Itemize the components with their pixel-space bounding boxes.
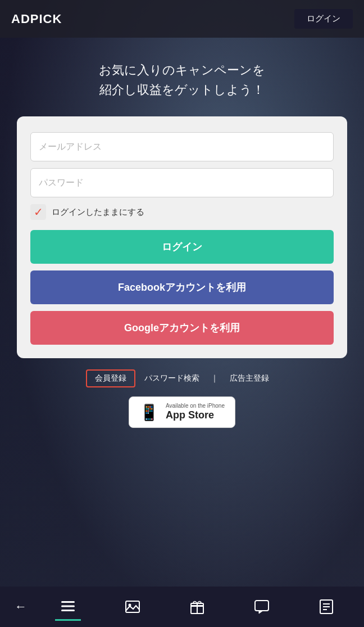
appstore-section: 📱 Available on the iPhone App Store (0, 396, 364, 439)
svg-rect-1 (61, 605, 75, 607)
nav-campaigns-button[interactable] (120, 594, 145, 620)
remember-checkbox[interactable]: ✓ (30, 204, 46, 220)
hamburger-icon (60, 598, 76, 615)
appstore-small-text: Available on the iPhone (166, 403, 225, 409)
nav-info-button[interactable] (313, 594, 339, 620)
password-search-link[interactable]: パスワード検索 (135, 370, 208, 387)
app-logo: ADPICK (11, 12, 62, 26)
svg-rect-0 (61, 601, 75, 603)
advertiser-link[interactable]: 広告主登録 (221, 370, 278, 387)
phone-icon: 📱 (139, 403, 159, 422)
remember-label: ログインしたままにする (52, 207, 144, 218)
login-card: ✓ ログインしたままにする ログイン Facebookアカウントを利用 Goog… (17, 116, 347, 358)
google-login-button[interactable]: Googleアカウントを利用 (30, 311, 334, 345)
appstore-text-block: Available on the iPhone App Store (166, 403, 225, 422)
hero-line1: お気に入りのキャンペーンを (99, 63, 265, 77)
password-input[interactable] (30, 168, 334, 197)
chat-icon (253, 598, 270, 615)
footer-divider: ｜ (208, 373, 221, 384)
svg-rect-8 (255, 601, 269, 611)
image-icon (124, 598, 141, 615)
bottom-nav: ← (0, 587, 364, 627)
register-link[interactable]: 会員登録 (86, 369, 135, 387)
info-icon (318, 598, 335, 615)
nav-messages-button[interactable] (249, 594, 275, 620)
appstore-button[interactable]: 📱 Available on the iPhone App Store (129, 396, 235, 428)
gift-icon (189, 598, 206, 615)
header-login-button[interactable]: ログイン (294, 9, 353, 29)
svg-rect-2 (61, 610, 75, 611)
hero-line2: 紹介し収益をゲットしよう！ (99, 83, 265, 97)
appstore-large-text: App Store (166, 409, 225, 422)
nav-icons (36, 593, 358, 621)
hero-text: お気に入りのキャンペーンを 紹介し収益をゲットしよう！ (0, 38, 364, 116)
header: ADPICK ログイン (0, 0, 364, 38)
nav-gift-button[interactable] (184, 594, 210, 620)
remember-row: ✓ ログインしたままにする (30, 204, 334, 220)
footer-links: 会員登録 パスワード検索 ｜ 広告主登録 (0, 358, 364, 396)
check-icon: ✓ (34, 206, 43, 218)
email-input[interactable] (30, 132, 334, 161)
back-button[interactable]: ← (6, 599, 36, 614)
nav-menu-button[interactable] (55, 593, 81, 621)
login-button[interactable]: ログイン (30, 230, 334, 264)
facebook-login-button[interactable]: Facebookアカウントを利用 (30, 270, 334, 304)
